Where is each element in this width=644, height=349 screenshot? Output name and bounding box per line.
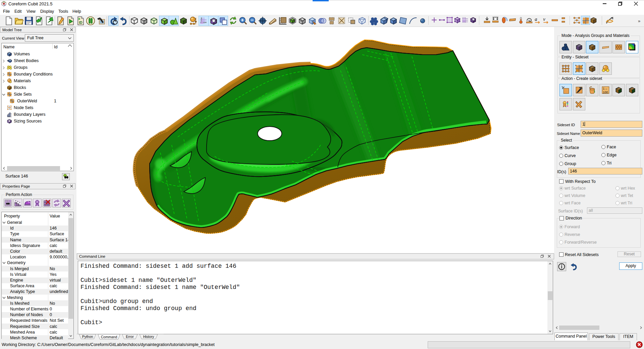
- svg-text:Error: Error: [126, 335, 134, 339]
- svg-text:History: History: [143, 335, 154, 339]
- svg-text:v: v: [543, 16, 545, 22]
- svg-text:Python: Python: [82, 335, 93, 339]
- svg-text:ID: ID: [79, 21, 83, 24]
- svg-text:Command: Command: [101, 335, 117, 339]
- svg-text:a: a: [535, 16, 537, 22]
- svg-text:100: 100: [603, 91, 608, 94]
- svg-text:1→: 1→: [603, 87, 607, 90]
